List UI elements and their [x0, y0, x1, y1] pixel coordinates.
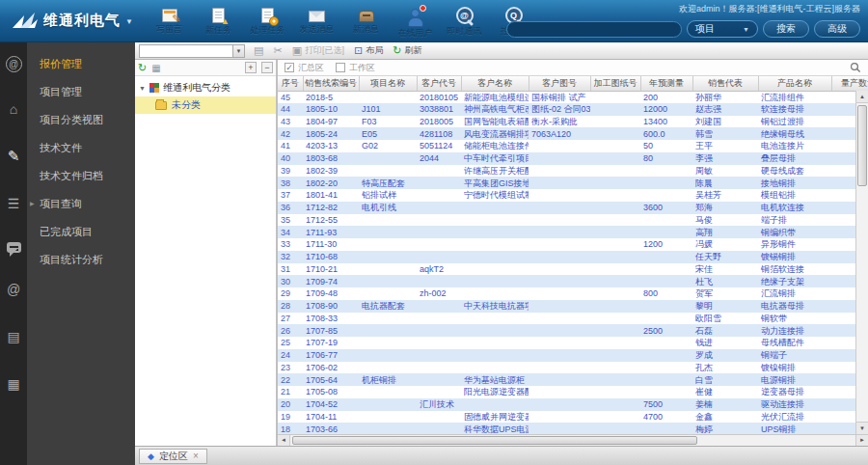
dock-tab-locator[interactable]: ◆ 定位区 × [139, 449, 207, 464]
table-row[interactable]: 341711-93高翔铜编织带 [278, 226, 868, 238]
scroll-right-icon[interactable] [855, 435, 868, 446]
scroll-left-icon[interactable] [278, 435, 290, 446]
checkbox-icon[interactable] [285, 63, 294, 72]
table-row[interactable]: 291709-48zh-002800贺军汇流铜排 [278, 287, 868, 300]
sidebar-item-已完成项目[interactable]: 已完成项目 [27, 218, 135, 246]
tree-expander-icon[interactable]: ▼ [139, 85, 146, 92]
sidebar-item-项目统计分析[interactable]: 项目统计分析 [27, 246, 135, 274]
cell [359, 362, 417, 374]
advanced-search-button[interactable]: 高级 [814, 20, 860, 38]
nav-item-send-message[interactable]: 发送消息 [292, 2, 341, 40]
cell: 机柜铜排 [359, 373, 417, 386]
home-icon[interactable]: ⌂ [4, 100, 23, 120]
vertical-scroll-thumb[interactable] [857, 105, 867, 186]
nav-item-message-board[interactable]: 写留言 [145, 2, 194, 40]
cell [529, 177, 590, 189]
table-row[interactable]: 301709-74杜飞绝缘子支架 [278, 275, 868, 287]
layout-button[interactable]: ⊡布局 [354, 44, 383, 57]
column-header-量产数量[interactable]: 量产数量 [831, 76, 868, 91]
table-row[interactable]: 251707-19钱进母线槽配件 [278, 337, 868, 349]
table-row[interactable]: 281708-90电抗器配套中天科技电抗器项目黎明电抗器母排 [278, 300, 868, 313]
close-icon[interactable]: × [193, 451, 199, 461]
edit-icon[interactable]: ✎ [4, 148, 23, 167]
column-header-年预测量[interactable]: 年预测量 [640, 76, 692, 91]
table-row[interactable]: 201704-52汇川技术7500姜楠驱动连接排 [278, 398, 868, 411]
table-row[interactable]: 331711-301200冯媛异形铜件 [278, 238, 868, 251]
refresh-button[interactable]: ↻刷新 [393, 44, 421, 57]
column-header-项目名称[interactable]: 项目名称 [359, 76, 417, 91]
sidebar-item-项目分类视图[interactable]: 项目分类视图 [27, 106, 135, 134]
nav-item-handle-task[interactable]: 处理任务 [243, 2, 292, 40]
global-search-input[interactable] [506, 21, 682, 38]
table-row[interactable]: 351712-55马俊端子排 [278, 214, 868, 227]
grid-search-icon[interactable] [850, 62, 861, 73]
cell: 电源铜排 [758, 373, 831, 386]
table-row[interactable]: 452018-520180105新能源电池模组连接排国标铜排 试产200孙丽华汇… [278, 91, 868, 103]
tree-node-unclassified[interactable]: 未分类 [135, 96, 276, 114]
column-header-加工图纸号[interactable]: 加工图纸号 [590, 76, 640, 91]
table-row[interactable]: 221705-64机柜铜排华为基站电源柜白雪电源铜排 [278, 373, 868, 386]
search-button[interactable]: 搜索 [763, 20, 809, 38]
table-row[interactable]: 211705-08阳光电源逆变器配套崔健逆变器母排 [278, 386, 868, 398]
table-row[interactable]: 311710-21aqkT2宋佳铜箔软连接 [278, 263, 868, 276]
tree-collapse-all-button[interactable]: − [261, 62, 273, 73]
checkbox-icon[interactable] [336, 63, 345, 72]
table-row[interactable]: 191704-11固德威并网逆变器4700金鑫光伏汇流排 [278, 411, 868, 424]
table-row[interactable]: 181703-66科华数据UPS电源梅婷UPS铜排 [278, 423, 868, 434]
cell [461, 263, 529, 276]
table-row[interactable]: 271708-33欧阳雪铜软带 [278, 313, 868, 325]
table-row[interactable]: 321710-68任天野镀锡铜排 [278, 251, 868, 263]
tree-root-node[interactable]: ▼ 维通利电气分类 [135, 79, 276, 96]
horizontal-scrollbar[interactable] [278, 434, 868, 446]
table-row[interactable]: 401803-682044中车时代牵引项目80李强叠层母排 [278, 152, 868, 165]
nav-item-instant-chat[interactable]: 即时通讯 [440, 2, 489, 40]
column-header-销售代表[interactable]: 销售代表 [692, 76, 758, 91]
app-logo[interactable]: 维通利电气 ▼ [0, 12, 143, 31]
column-header-客户名称[interactable]: 客户名称 [461, 76, 529, 91]
filter-option-2[interactable]: 工作区 [336, 62, 375, 74]
filter-option-1[interactable]: 汇总区 [285, 62, 324, 74]
vertical-scrollbar[interactable] [855, 91, 868, 434]
column-header-客户图号[interactable]: 客户图号 [529, 76, 590, 91]
chat-bubble-icon[interactable] [7, 242, 21, 253]
table-row[interactable]: 421805-24E054281108风电变流器铜排项目7063A120600.… [278, 127, 868, 140]
column-header-序号[interactable]: 序号 [278, 76, 303, 91]
table-row[interactable]: 261707-852500石磊动力连接排 [278, 324, 868, 337]
tree-settings-icon[interactable]: ▦ [151, 63, 160, 73]
scroll-down-icon[interactable] [856, 422, 868, 434]
table-row[interactable]: 241706-77罗成铜端子 [278, 349, 868, 362]
table-row[interactable]: 371801-41铝排试样宁德时代模组试制 A2V吴桂芳模组铝排 [278, 189, 868, 202]
column-header-销售线索编号[interactable]: 销售线索编号 [303, 76, 359, 91]
at-icon[interactable]: @ [4, 281, 23, 300]
nav-item-new-message[interactable]: 新消息 [341, 2, 391, 40]
view-combo[interactable]: ▼ [139, 44, 245, 58]
scroll-up-icon[interactable] [856, 91, 868, 103]
horizontal-scroll-thumb[interactable] [292, 436, 697, 445]
tree-expand-all-button[interactable]: + [245, 62, 257, 73]
modules-icon[interactable]: ▦ [4, 375, 23, 395]
table-row[interactable]: 231706-02孔杰镀镍铜排 [278, 362, 868, 374]
column-header-产品名称[interactable]: 产品名称 [758, 76, 831, 91]
table-row[interactable]: 391802-39许继高压开关柜配套周敏硬母线成套 [278, 165, 868, 178]
table-row[interactable]: 381802-20特高压配套平高集团GIS接地排陈晨接地铜排 [278, 177, 868, 189]
sidebar-item-技术文件[interactable]: 技术文件 [27, 134, 135, 162]
table-row[interactable]: 361712-82电机引线3600郑海电机软连接 [278, 202, 868, 214]
nav-item-online-users[interactable]: 在线用户 [391, 2, 440, 40]
search-category-select[interactable]: 项目 ▼ [687, 20, 758, 38]
im-search-icon[interactable]: @ [6, 56, 22, 72]
table-row[interactable]: 431804-97F032018005国网智能电表箱配套衡水-采购批13400刘… [278, 116, 868, 128]
tree-refresh-icon[interactable]: ↻ [138, 62, 147, 74]
sidebar-item-报价管理[interactable]: 报价管理 [27, 50, 135, 78]
table-row[interactable]: 414203-13G025051124储能柜电池连接件50王平电池连接片 [278, 140, 868, 152]
view-combo-input[interactable] [140, 45, 232, 57]
book-icon[interactable]: ▤ [4, 328, 23, 347]
table-row[interactable]: 441805-10J1013038801神州高铁电气柜改造图纸-02 合同031… [278, 103, 868, 116]
column-header-客户代号[interactable]: 客户代号 [417, 76, 461, 91]
cell: 绝缘铜母线 [758, 127, 831, 140]
database-icon[interactable]: ☰ [4, 195, 23, 214]
combo-dropdown-icon[interactable]: ▼ [232, 45, 244, 57]
sidebar-item-项目查询[interactable]: 项目查询 [27, 190, 135, 218]
sidebar-item-项目管理[interactable]: 项目管理 [27, 78, 135, 106]
nav-item-new-task[interactable]: 新任务 [194, 2, 243, 40]
sidebar-item-技术文件归档[interactable]: 技术文件归档 [27, 162, 135, 190]
